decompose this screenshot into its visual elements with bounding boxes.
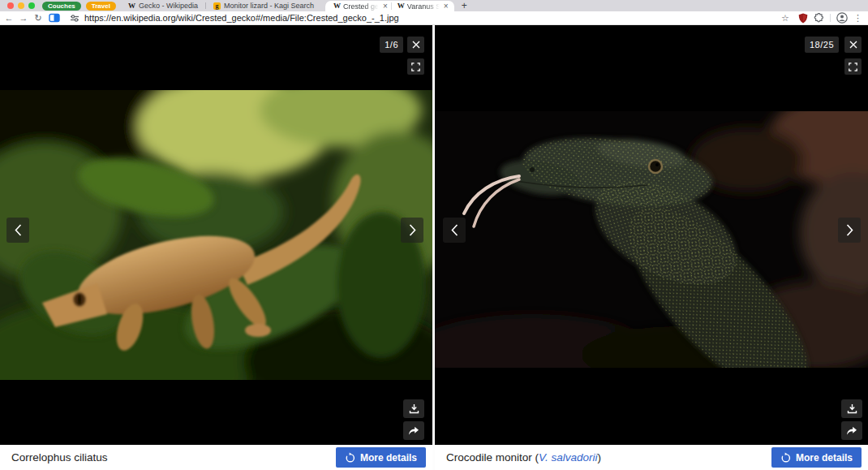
tab-strip: Couches Travel W Gecko - Wikipedia g Mon…: [0, 0, 868, 11]
close-window-button[interactable]: [7, 2, 14, 9]
zoom-window-button[interactable]: [28, 2, 35, 9]
tab-label: Gecko - Wikipedia: [139, 2, 198, 10]
tab-group-label: Couches: [48, 2, 75, 10]
fullscreen-button[interactable]: [407, 58, 424, 75]
split-content: 1/6: [0, 25, 868, 470]
share-arrow-icon: [408, 426, 419, 436]
share-arrow-icon: [846, 426, 857, 436]
close-icon: [849, 41, 857, 49]
more-details-button[interactable]: More details: [336, 447, 426, 468]
tab-label: Varanus Sa: [407, 2, 441, 11]
back-button[interactable]: ←: [2, 14, 16, 23]
previous-image-button[interactable]: [443, 218, 466, 243]
more-details-label: More details: [796, 452, 853, 464]
tab-label: Crested ge: [343, 2, 380, 11]
share-button[interactable]: [403, 421, 424, 440]
download-icon: [409, 403, 419, 414]
more-details-button[interactable]: More details: [771, 447, 862, 468]
tab-group-label: Travel: [92, 2, 110, 10]
image-caption: Correlophus ciliatus: [11, 451, 108, 464]
extensions-puzzle-icon[interactable]: [814, 13, 824, 24]
new-tab-button[interactable]: +: [462, 1, 467, 11]
previous-image-button[interactable]: [6, 218, 29, 243]
species-link[interactable]: V. salvadorii: [539, 451, 598, 464]
crested-gecko-photo[interactable]: [0, 90, 432, 380]
split-view-icon[interactable]: [49, 13, 60, 23]
chevron-left-icon: [15, 224, 22, 236]
viewer-footer: Correlophus ciliatus More details: [0, 445, 432, 470]
commons-circle-arrow-icon: [780, 452, 791, 463]
caption-text: Crocodile monitor (: [446, 451, 539, 464]
browser-window: Couches Travel W Gecko - Wikipedia g Mon…: [0, 0, 868, 470]
close-viewer-button[interactable]: [407, 37, 424, 53]
download-icon: [847, 403, 857, 414]
crocodile-monitor-photo[interactable]: [435, 111, 868, 368]
chevron-right-icon: [846, 224, 853, 236]
minimize-window-button[interactable]: [18, 2, 24, 9]
site-settings-tune-icon[interactable]: [70, 14, 79, 23]
image-counter-badge: 1/6: [380, 37, 403, 53]
browser-menu-kebab-icon[interactable]: ⋮: [853, 14, 862, 23]
close-tab-icon[interactable]: ×: [444, 2, 449, 11]
profile-avatar-icon[interactable]: [836, 12, 848, 24]
fullscreen-button[interactable]: [844, 58, 862, 75]
share-button[interactable]: [841, 421, 862, 440]
chevron-right-icon: [409, 224, 416, 236]
close-tab-icon[interactable]: ×: [383, 2, 388, 11]
download-button[interactable]: [841, 399, 862, 418]
close-icon: [412, 41, 420, 49]
forward-button[interactable]: →: [16, 14, 31, 23]
media-viewer-left: 1/6: [0, 25, 432, 470]
caption-text: ): [598, 451, 602, 464]
close-viewer-button[interactable]: [844, 37, 862, 53]
tab-group-couches[interactable]: Couches: [42, 2, 81, 11]
tab-monitor-lizard-kagi[interactable]: g Monitor lizard - Kagi Search: [206, 0, 321, 11]
download-button[interactable]: [403, 399, 424, 418]
toolbar-separator: [830, 14, 831, 22]
wikipedia-favicon-icon: W: [333, 2, 341, 10]
ublock-shield-icon[interactable]: [798, 13, 808, 24]
image-counter-badge: 18/25: [805, 37, 839, 53]
counter-text: 18/25: [810, 40, 834, 50]
browser-toolbar: ← → ↻ https://en.wikipedia.org/wiki/Cres…: [0, 11, 868, 25]
commons-circle-arrow-icon: [345, 452, 355, 463]
more-details-label: More details: [360, 452, 417, 464]
traffic-lights: [7, 2, 35, 9]
image-caption: Crocodile monitor (V. salvadorii): [446, 451, 601, 464]
bookmark-star-icon[interactable]: ☆: [778, 14, 793, 23]
next-image-button[interactable]: [401, 218, 423, 243]
active-split-tab-group: W Crested ge × W Varanus Sa ×: [325, 1, 454, 11]
split-tab-separator: [391, 2, 392, 10]
reload-button[interactable]: ↻: [31, 14, 45, 23]
counter-text: 1/6: [385, 40, 398, 50]
fullscreen-icon: [411, 63, 420, 71]
tab-crested-gecko[interactable]: W Crested ge ×: [329, 1, 390, 11]
url-text[interactable]: https://en.wikipedia.org/wiki/Crested_ge…: [84, 13, 399, 23]
wikipedia-favicon-icon: W: [128, 2, 135, 10]
viewer-footer: Crocodile monitor (V. salvadorii) More d…: [435, 445, 868, 470]
wikipedia-favicon-icon: W: [397, 2, 405, 10]
kagi-favicon-icon: g: [213, 2, 221, 10]
tab-varanus-salvadorii[interactable]: W Varanus Sa ×: [393, 1, 451, 11]
chevron-left-icon: [451, 224, 458, 236]
media-viewer-right: 18/25: [435, 25, 868, 470]
next-image-button[interactable]: [838, 218, 861, 243]
tab-group-travel[interactable]: Travel: [86, 2, 116, 11]
tab-gecko-wikipedia[interactable]: W Gecko - Wikipedia: [121, 0, 205, 11]
toolbar-actions: ☆ ⋮: [778, 12, 862, 24]
fullscreen-icon: [849, 63, 857, 71]
tab-label: Monitor lizard - Kagi Search: [224, 2, 314, 10]
address-bar[interactable]: https://en.wikipedia.org/wiki/Crested_ge…: [70, 13, 771, 23]
